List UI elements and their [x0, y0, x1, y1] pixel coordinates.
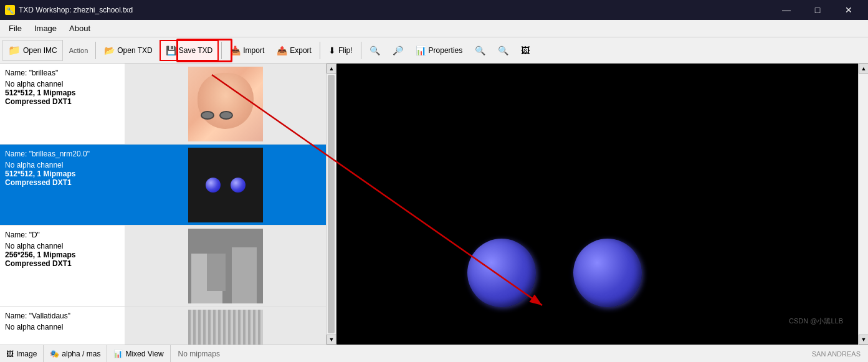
zoom-out-button[interactable]: 🔍 [492, 40, 514, 61]
scroll-up-button[interactable]: ▲ [327, 64, 336, 74]
mixed-view-label: Mixed View [125, 350, 163, 358]
alpha-icon: 🎭 [50, 350, 59, 358]
scroll-thumb[interactable] [328, 75, 335, 333]
texture-compression-3: Compressed DXT1 [5, 259, 120, 268]
import-button[interactable]: 📥 Import [224, 40, 270, 61]
mixed-view-icon: 📊 [113, 350, 123, 358]
open-imc-label: Open IMC [23, 46, 57, 55]
texture-item-3[interactable]: Name: "D" No alpha channel 256*256, 1 Mi… [0, 226, 326, 307]
texture-name: Name: "brilleas" [5, 69, 120, 77]
main-area: Name: "brilleas" No alpha channel 512*51… [0, 64, 868, 345]
flip-button[interactable]: ⬇ Flip! [323, 40, 358, 61]
texture-list: Name: "brilleas" No alpha channel 512*51… [0, 64, 336, 345]
extra-tool-button[interactable]: 🖼 [515, 40, 535, 61]
flip-label: Flip! [338, 46, 353, 55]
image-tab-label: Image [16, 350, 37, 358]
texture-size-2: 512*512, 1 Mipmaps [5, 169, 120, 178]
sphere-preview-1 [206, 178, 221, 193]
preview-canvas: ▲ ▼ CSDN @小黑LLB [336, 64, 868, 345]
preview-scroll-track [859, 74, 868, 335]
scroll-down-button[interactable]: ▼ [327, 335, 336, 345]
large-sphere-left [467, 239, 536, 307]
texture-item-4[interactable]: Name: "Vallatidaus" No alpha channel [0, 307, 326, 345]
import-icon: 📥 [230, 45, 241, 55]
texture-preview-4 [125, 307, 326, 345]
texture-name-4: Name: "Vallatidaus" [5, 312, 120, 320]
texture-preview [125, 64, 326, 144]
open-txd-icon: 📂 [104, 45, 115, 55]
toolbar: 📁 Open IMC Action 📂 Open TXD 💾 Save TXD … [0, 37, 868, 64]
mixed-view-tab[interactable]: 📊 Mixed View [107, 345, 170, 362]
alpha-tab[interactable]: 🎭 alpha / mas [44, 345, 107, 362]
maximize-button[interactable]: □ [803, 0, 832, 20]
preview-scroll-up[interactable]: ▲ [859, 64, 868, 74]
close-button[interactable]: ✕ [834, 0, 863, 20]
large-sphere-right [573, 239, 642, 307]
watermark: CSDN @小黑LLB [789, 317, 843, 326]
texture-compression: Compressed DXT1 [5, 97, 120, 106]
zoom-icon-btn-2[interactable]: 🔎 [387, 40, 409, 61]
texture-alpha-3: No alpha channel [5, 242, 120, 250]
zoom-in-button[interactable]: 🔍 [469, 40, 491, 61]
flip-icon: ⬇ [328, 45, 336, 55]
texture-alpha-2: No alpha channel [5, 161, 120, 169]
texture-info-3: Name: "D" No alpha channel 256*256, 1 Mi… [0, 226, 125, 306]
toolbar-separator-3 [320, 42, 320, 59]
sphere-preview-2 [231, 178, 246, 193]
toolbar-separator-1 [95, 42, 96, 59]
texture-name-3: Name: "D" [5, 231, 120, 239]
minimize-button[interactable]: — [772, 0, 801, 20]
properties-icon: 📊 [416, 45, 426, 55]
save-txd-label: Save TXD [179, 46, 212, 55]
texture-preview-2 [125, 145, 326, 225]
window-title: TXD Workshop: zhezhi_school.txd [19, 6, 133, 14]
properties-label: Properties [429, 46, 463, 55]
zoom-out-icon: 🔍 [498, 45, 508, 55]
texture-alpha: No alpha channel [5, 80, 120, 88]
texture-name-2: Name: "brilleas_nrm20.0" [5, 150, 120, 158]
title-bar-controls[interactable]: — □ ✕ [772, 0, 863, 20]
texture-item-selected[interactable]: Name: "brilleas_nrm20.0" No alpha channe… [0, 145, 326, 226]
import-label: Import [243, 46, 264, 55]
toolbar-separator-4 [361, 42, 361, 59]
menu-file[interactable]: File [2, 21, 28, 36]
open-txd-label: Open TXD [117, 46, 152, 55]
action-label: Action [64, 47, 93, 54]
export-button[interactable]: 📤 Export [271, 40, 317, 61]
face-texture [188, 67, 263, 141]
save-txd-button[interactable]: 💾 Save TXD [160, 40, 219, 61]
image-icon: 🖼 [6, 350, 14, 358]
menu-about[interactable]: About [63, 21, 97, 36]
menu-image[interactable]: Image [28, 21, 63, 36]
texture-scrollbar[interactable]: ▲ ▼ [326, 64, 336, 345]
stripe-texture [188, 310, 263, 345]
status-bar: 🖼 Image 🎭 alpha / mas 📊 Mixed View No mi… [0, 345, 868, 362]
texture-compression-2: Compressed DXT1 [5, 178, 120, 187]
credit-text: SAN ANDREAS [804, 350, 868, 358]
texture-alpha-4: No alpha channel [5, 323, 120, 331]
texture-info-selected: Name: "brilleas_nrm20.0" No alpha channe… [0, 145, 125, 225]
texture-info: Name: "brilleas" No alpha channel 512*51… [0, 64, 125, 144]
texture-preview-3 [125, 226, 326, 306]
texture-item[interactable]: Name: "brilleas" No alpha channel 512*51… [0, 64, 326, 145]
title-bar: 🔧 TXD Workshop: zhezhi_school.txd — □ ✕ [0, 0, 868, 20]
app-icon: 🔧 [5, 5, 15, 15]
save-txd-icon: 💾 [166, 45, 176, 55]
zoom-icon-btn-1[interactable]: 🔍 [364, 40, 386, 61]
folder-icon: 📁 [8, 44, 21, 56]
preview-scrollbar[interactable]: ▲ ▼ [858, 64, 868, 345]
export-icon: 📤 [277, 45, 287, 55]
texture-info-4: Name: "Vallatidaus" No alpha channel [0, 307, 125, 345]
open-imc-button[interactable]: 📁 Open IMC [2, 40, 63, 61]
image-tab[interactable]: 🖼 Image [0, 345, 44, 362]
properties-button[interactable]: 📊 Properties [410, 40, 469, 61]
zoom-icon-1: 🔍 [370, 45, 380, 55]
texture-size: 512*512, 1 Mipmaps [5, 88, 120, 97]
no-mipmaps-text: No mipmaps [171, 350, 227, 358]
toolbar-separator-2 [221, 42, 222, 59]
alpha-tab-label: alpha / mas [62, 350, 100, 358]
open-txd-button[interactable]: 📂 Open TXD [98, 40, 158, 61]
preview-scroll-down[interactable]: ▼ [859, 335, 868, 345]
gray-texture [188, 229, 263, 303]
dark-texture [188, 148, 263, 222]
